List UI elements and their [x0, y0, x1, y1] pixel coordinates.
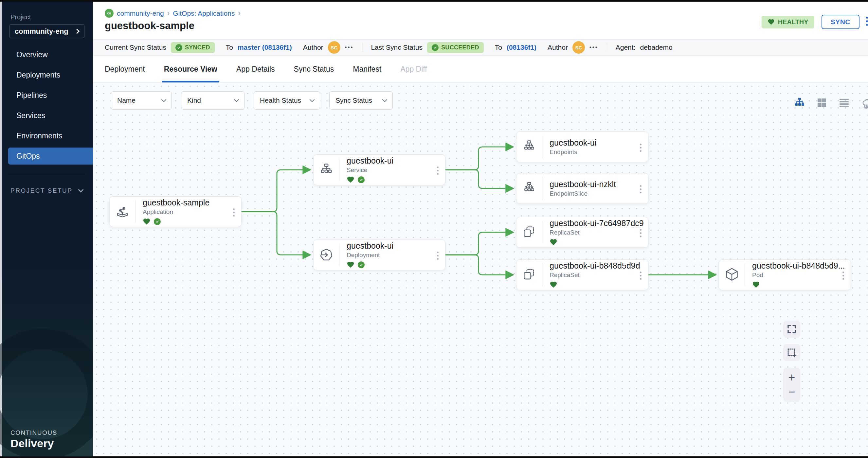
node-replicaset-7c64987dc9[interactable]: guestbook-ui-7c64987dc9 ReplicaSet — [516, 217, 648, 248]
breadcrumb-applications-link[interactable]: GitOps: Applications — [173, 9, 235, 17]
sidebar-item-services[interactable]: Services — [0, 107, 93, 124]
sidebar-item-label: GitOps — [17, 152, 40, 161]
health-status-filter-dropdown[interactable]: Health Status — [254, 91, 320, 109]
node-menu-button[interactable] — [841, 270, 845, 281]
fullscreen-icon — [787, 324, 797, 334]
node-title: guestbook-sample — [143, 198, 241, 207]
node-deployment[interactable]: guestbook-ui Deployment — [313, 239, 445, 270]
node-menu-button[interactable] — [639, 142, 643, 153]
overflow-menu-icon[interactable]: ••• — [345, 44, 354, 51]
project-setup-toggle[interactable]: PROJECT SETUP — [10, 187, 93, 194]
sidebar: Project community-eng Overview Deploymen… — [0, 2, 93, 456]
sidebar-item-label: Deployments — [17, 71, 60, 79]
health-badge-label: HEALTHY — [778, 18, 808, 26]
node-status — [347, 176, 445, 184]
node-status — [752, 281, 851, 289]
list-view-icon[interactable] — [838, 97, 850, 109]
tab-deployment[interactable]: Deployment — [105, 56, 145, 83]
app-menu-button[interactable] — [865, 15, 868, 27]
node-status — [143, 218, 241, 225]
node-menu-button[interactable] — [639, 184, 643, 195]
node-menu-button[interactable] — [639, 270, 643, 281]
healthy-heart-icon — [347, 261, 354, 269]
check-circle-icon — [432, 44, 439, 51]
node-pod[interactable]: guestbook-ui-b848d5d9... Pod — [719, 259, 851, 290]
project-selector[interactable]: community-eng — [9, 24, 85, 38]
sidebar-divider — [8, 175, 85, 175]
health-filter-label: Health Status — [260, 97, 301, 104]
agent-label: Agent: — [616, 43, 636, 52]
node-menu-button[interactable] — [436, 250, 440, 261]
tree-view-icon[interactable] — [794, 97, 806, 109]
tab-manifest[interactable]: Manifest — [353, 56, 381, 83]
synced-check-icon — [358, 176, 365, 183]
chevron-right-icon — [74, 29, 80, 34]
node-title: guestbook-ui-b848d5d9d — [550, 261, 648, 270]
sidebar-item-label: Environments — [17, 132, 63, 140]
synced-badge: SYNCED — [171, 42, 215, 53]
tab-resource-view[interactable]: Resource View — [164, 56, 217, 83]
healthy-heart-icon — [550, 281, 557, 289]
breadcrumb-project-link[interactable]: community-eng — [117, 9, 164, 17]
node-kind: Deployment — [347, 252, 445, 259]
kind-filter-dropdown[interactable]: Kind — [181, 91, 245, 109]
brand-line-1: CONTINUOUS — [10, 429, 57, 436]
pod-view-icon[interactable] — [860, 97, 868, 109]
grid-view-icon[interactable] — [816, 97, 828, 109]
zoom-in-button[interactable]: + — [788, 372, 795, 384]
divider — [362, 43, 362, 52]
endpointslice-icon — [517, 173, 542, 203]
sidebar-item-pipelines[interactable]: Pipelines — [0, 87, 93, 104]
page-header: ∞ community-eng › GitOps: Applications ›… — [93, 2, 868, 39]
zoom-control: + − — [783, 368, 800, 402]
breadcrumb-separator: › — [238, 9, 241, 18]
fit-to-screen-button[interactable] — [783, 321, 800, 338]
endpoints-icon — [517, 132, 542, 162]
node-menu-button[interactable] — [436, 165, 440, 176]
current-sync-target-link[interactable]: master (08136f1) — [238, 43, 292, 52]
synced-check-icon — [154, 218, 161, 225]
sidebar-item-label: Pipelines — [17, 91, 47, 100]
node-endpointslice[interactable]: guestbook-ui-nzklt EndpointSlice — [516, 173, 648, 204]
sidebar-item-overview[interactable]: Overview — [0, 46, 93, 63]
sync-status-filter-dropdown[interactable]: Sync Status — [329, 91, 393, 109]
sync-button[interactable]: SYNC — [822, 15, 860, 29]
last-author-label: Author — [548, 43, 568, 52]
node-status — [347, 261, 445, 269]
resource-graph-canvas[interactable]: Name Kind Health Status Sync Status — [93, 83, 868, 456]
marquee-select-button[interactable] — [783, 344, 800, 361]
tab-sync-status[interactable]: Sync Status — [294, 56, 334, 83]
author-avatar[interactable]: SC — [572, 41, 585, 54]
node-title: guestbook-ui-nzklt — [550, 179, 648, 189]
node-menu-button[interactable] — [232, 207, 236, 218]
chevron-down-icon — [78, 187, 84, 193]
node-replicaset-b848d5d9d[interactable]: guestbook-ui-b848d5d9d ReplicaSet — [516, 259, 648, 290]
last-sync-target-link[interactable]: (08136f1) — [507, 43, 536, 52]
gitops-logo-icon: ∞ — [105, 9, 114, 18]
node-service[interactable]: guestbook-ui Service — [313, 155, 445, 185]
tab-bar: Deployment Resource View App Details Syn… — [93, 56, 868, 83]
tab-app-details[interactable]: App Details — [236, 56, 275, 83]
zoom-out-button[interactable]: − — [788, 386, 795, 398]
last-to-label: To — [495, 43, 502, 52]
application-icon — [110, 197, 135, 227]
node-kind: Pod — [752, 271, 851, 279]
healthy-heart-icon — [752, 281, 760, 289]
sidebar-item-environments[interactable]: Environments — [0, 127, 93, 144]
service-icon — [314, 155, 339, 185]
node-title: guestbook-ui — [347, 156, 445, 166]
name-filter-dropdown[interactable]: Name — [111, 91, 172, 109]
succeeded-badge: SUCCEEDED — [427, 42, 484, 53]
sidebar-item-label: Services — [17, 111, 45, 120]
node-application[interactable]: guestbook-sample Application — [109, 196, 242, 227]
node-status — [550, 281, 648, 289]
node-endpoints[interactable]: guestbook-ui Endpoints — [516, 132, 648, 162]
author-avatar[interactable]: SC — [328, 41, 340, 54]
node-title: guestbook-ui-7c64987dc9 — [550, 219, 648, 228]
sidebar-item-deployments[interactable]: Deployments — [0, 66, 93, 84]
sidebar-item-gitops[interactable]: GitOps — [8, 148, 93, 165]
node-title: guestbook-ui — [347, 241, 445, 251]
last-sync-status-label: Last Sync Status — [371, 43, 423, 52]
node-menu-button[interactable] — [639, 228, 643, 238]
overflow-menu-icon[interactable]: ••• — [589, 44, 598, 51]
